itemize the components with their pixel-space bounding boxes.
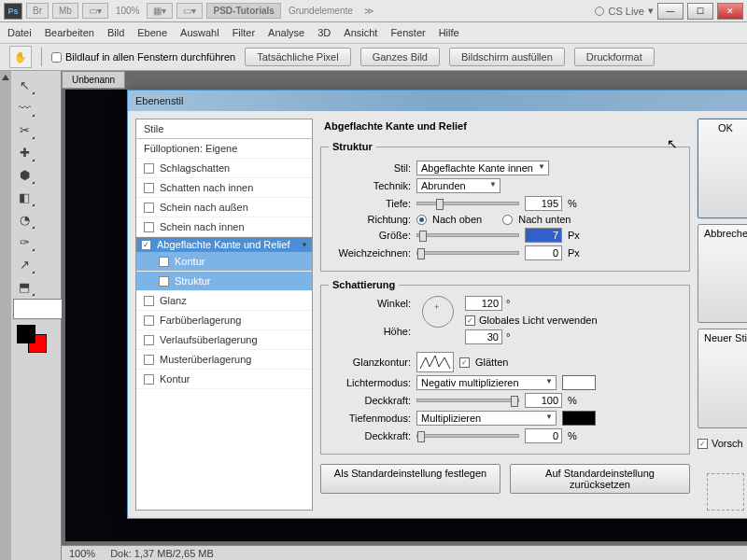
winkel-input[interactable]: 120 <box>465 296 502 311</box>
technik-select[interactable]: Abrunden <box>416 178 500 193</box>
groesse-slider[interactable] <box>416 233 519 237</box>
style-checkbox[interactable] <box>144 163 154 174</box>
foreground-swatch[interactable] <box>17 325 35 343</box>
highlight-opacity-slider[interactable] <box>416 399 519 402</box>
menu-ansicht[interactable]: Ansicht <box>344 27 377 38</box>
weich-input[interactable]: 0 <box>525 245 562 260</box>
arrange-icon[interactable]: ▭▾ <box>176 3 203 19</box>
hand-tool-icon[interactable]: ✋ <box>9 46 32 68</box>
close-button[interactable]: ✕ <box>717 3 743 20</box>
scroll-all-checkbox[interactable]: Bildlauf in allen Fenstern durchführen <box>51 51 235 63</box>
maximize-button[interactable]: ☐ <box>687 3 713 20</box>
style-row[interactable]: Kontur <box>136 370 312 389</box>
shadow-mode-select[interactable]: Multiplizieren <box>416 411 557 426</box>
minimize-button[interactable]: — <box>657 3 684 20</box>
style-checkbox[interactable] <box>141 240 151 250</box>
antialias-checkbox[interactable] <box>459 357 470 368</box>
highlight-mode-select[interactable]: Negativ multiplizieren <box>416 375 557 390</box>
stamp-tool[interactable]: ⬢ <box>13 164 35 185</box>
fit-screen-button[interactable]: Ganzes Bild <box>360 48 440 66</box>
style-row[interactable]: Schein nach innen <box>136 217 312 237</box>
move-tool[interactable]: ↖ <box>13 75 35 95</box>
menu-analyse[interactable]: Analyse <box>268 27 304 38</box>
style-row[interactable]: Abgeflachte Kante und Relief <box>136 237 312 252</box>
panel-collapse-gutter[interactable] <box>0 71 11 560</box>
bridge-icon[interactable]: Br <box>26 3 49 19</box>
weich-slider[interactable] <box>416 251 519 255</box>
style-checkbox[interactable] <box>144 315 154 326</box>
preview-checkbox[interactable]: Vorsch <box>698 438 747 449</box>
dialog-title-bar[interactable]: Ebenenstil <box>128 91 747 111</box>
menu-auswahl[interactable]: Auswahl <box>180 27 219 38</box>
path-select-tool[interactable]: ↗ <box>13 254 35 274</box>
richtung-down-radio[interactable] <box>502 215 513 225</box>
crop-tool[interactable]: ✂ <box>13 119 35 140</box>
style-row[interactable]: Musterüberlagerung <box>136 350 312 370</box>
minibridge-icon[interactable]: Mb <box>52 3 78 19</box>
cs-live-button[interactable]: CS Live ▾ <box>595 5 654 17</box>
workspace-tab[interactable]: Grundelemente <box>285 6 357 16</box>
lasso-tool[interactable]: 〰 <box>13 97 35 118</box>
style-row[interactable]: Glanz <box>136 291 312 311</box>
status-zoom[interactable]: 100% <box>69 548 95 559</box>
gloss-contour-picker[interactable] <box>416 352 454 372</box>
view-extras-icon[interactable]: ▦▾ <box>147 3 173 19</box>
style-row[interactable]: Farbüberlagerung <box>136 311 312 330</box>
style-checkbox[interactable] <box>144 222 154 232</box>
menu-bild[interactable]: Bild <box>107 27 124 38</box>
global-light-checkbox[interactable] <box>465 315 475 326</box>
groesse-input[interactable]: 7 <box>525 228 562 243</box>
style-checkbox[interactable] <box>144 335 154 345</box>
style-checkbox[interactable] <box>144 355 154 365</box>
zoom-level[interactable]: 100% <box>112 6 144 16</box>
menu-ebene[interactable]: Ebene <box>137 27 167 38</box>
healing-tool[interactable]: ✚ <box>13 142 35 162</box>
menu-datei[interactable]: Datei <box>7 27 32 38</box>
menu-bearbeiten[interactable]: Bearbeiten <box>45 27 94 38</box>
styles-header[interactable]: Stile <box>136 119 312 139</box>
print-size-button[interactable]: Druckformat <box>574 48 655 66</box>
workspace-tab-active[interactable]: PSD-Tutorials <box>206 3 280 19</box>
angle-widget[interactable]: + <box>422 296 454 328</box>
style-checkbox[interactable] <box>159 257 169 267</box>
hoehe-input[interactable]: 30 <box>465 329 502 344</box>
stil-select[interactable]: Abgeflachte Kante innen <box>416 161 549 175</box>
new-style-button[interactable]: Neuer Sti <box>698 329 747 428</box>
blending-options-row[interactable]: Fülloptionen: Eigene <box>136 139 312 159</box>
cancel-button[interactable]: Abbreche <box>698 224 747 324</box>
menu-fenster[interactable]: Fenster <box>390 27 425 38</box>
highlight-color-swatch[interactable] <box>562 375 596 390</box>
document-tab[interactable]: Unbenann <box>62 71 125 89</box>
actual-pixels-button[interactable]: Tatsächliche Pixel <box>245 48 350 66</box>
ok-button[interactable]: OK <box>698 119 747 218</box>
tiefe-input[interactable]: 195 <box>525 196 562 211</box>
3d-tool[interactable]: ⬒ <box>13 276 35 297</box>
style-checkbox[interactable] <box>144 374 154 385</box>
fill-screen-button[interactable]: Bildschirm ausfüllen <box>449 48 565 66</box>
make-default-button[interactable]: Als Standardeinstellung festlegen <box>320 464 500 494</box>
shadow-opacity-input[interactable]: 0 <box>525 428 562 443</box>
color-swatches[interactable] <box>17 325 54 357</box>
style-row[interactable]: Schlagschatten <box>136 159 312 178</box>
screenmode-icon[interactable]: ▭▾ <box>82 3 108 19</box>
menu-hilfe[interactable]: Hilfe <box>439 27 459 38</box>
eraser-tool[interactable]: ◧ <box>13 187 35 207</box>
style-row[interactable]: Schatten nach innen <box>136 178 312 198</box>
menu-3d[interactable]: 3D <box>317 27 331 38</box>
style-row[interactable]: Struktur <box>136 272 312 291</box>
tiefe-slider[interactable] <box>416 202 519 205</box>
reset-default-button[interactable]: Auf Standardeinstellung zurücksetzen <box>510 464 690 494</box>
status-doc-size[interactable]: Dok: 1,37 MB/2,65 MB <box>110 548 214 559</box>
style-row[interactable]: Verlaufsüberlagerung <box>136 330 312 350</box>
pen-tool[interactable]: ✑ <box>13 231 35 252</box>
menu-filter[interactable]: Filter <box>233 27 255 38</box>
style-row[interactable]: Kontur <box>136 252 312 272</box>
blur-tool[interactable]: ◔ <box>13 209 35 230</box>
style-checkbox[interactable] <box>144 203 154 213</box>
highlight-opacity-input[interactable]: 100 <box>525 393 562 408</box>
more-icon[interactable]: ≫ <box>360 6 377 16</box>
style-checkbox[interactable] <box>144 183 154 193</box>
style-checkbox[interactable] <box>144 296 154 306</box>
style-row[interactable]: Schein nach außen <box>136 198 312 217</box>
richtung-up-radio[interactable] <box>416 215 427 225</box>
